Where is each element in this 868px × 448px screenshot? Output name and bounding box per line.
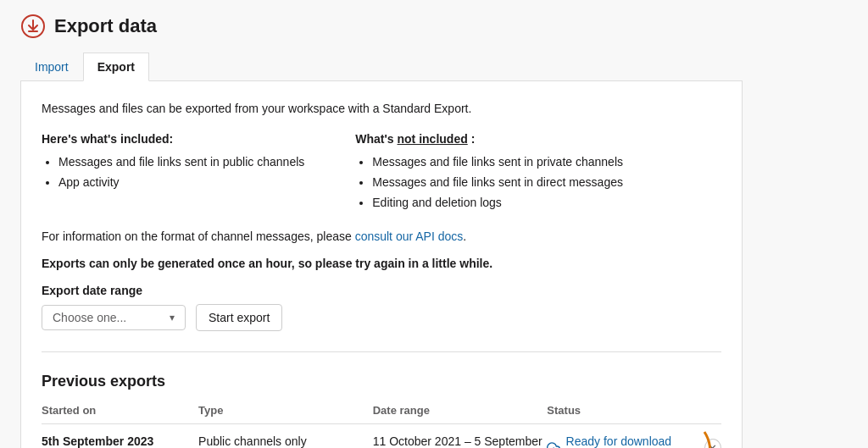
description-text: Messages and files can be exported from … xyxy=(42,102,721,115)
start-export-button[interactable]: Start export xyxy=(196,304,282,331)
page-title: Export data xyxy=(54,15,157,37)
export-controls: Choose one... ▾ Start export xyxy=(42,304,721,331)
download-cloud-icon xyxy=(547,440,560,448)
chevron-down-icon: ▾ xyxy=(170,312,175,324)
export-date-range: Export date range Choose one... ▾ Start … xyxy=(42,284,721,331)
download-label: Ready for download (30KB) xyxy=(566,434,698,448)
api-docs-line: For information on the format of channel… xyxy=(42,230,721,243)
col-type: Type xyxy=(198,404,373,424)
exports-table: Started on Type Date range Status 5th Se… xyxy=(42,404,721,448)
included-section: Here's what's included: Messages and fil… xyxy=(42,132,721,213)
previous-exports-section: Previous exports Started on Type Date ra… xyxy=(42,373,721,448)
page-header: Export data xyxy=(20,14,743,39)
close-button[interactable]: ✕ xyxy=(704,439,721,448)
not-included-list: Messages and file links sent in private … xyxy=(355,152,623,213)
included-heading: Here's what's included: xyxy=(42,132,304,146)
download-link[interactable]: Ready for download (30KB) xyxy=(547,434,698,448)
included-item-2: App activity xyxy=(58,173,304,193)
col-status: Status xyxy=(547,404,721,424)
status-container: Ready for download (30KB) ✕ xyxy=(547,434,721,448)
tabs-container: Import Export xyxy=(20,53,743,81)
not-included-heading: What's not included : xyxy=(355,132,623,146)
export-date-range-label: Export date range xyxy=(42,284,721,297)
date-range-cell: 11 October 2021 – 5 September 2023 xyxy=(373,424,548,448)
col-date-range: Date range xyxy=(373,404,548,424)
not-included-item-1: Messages and file links sent in private … xyxy=(372,152,623,173)
col-started-on: Started on xyxy=(42,404,198,424)
dropdown-value: Choose one... xyxy=(53,311,126,324)
previous-exports-heading: Previous exports xyxy=(42,373,721,390)
included-list: Messages and file links sent in public c… xyxy=(42,152,304,193)
included-col: Here's what's included: Messages and fil… xyxy=(42,132,304,213)
content-card: Messages and files can be exported from … xyxy=(20,81,743,448)
started-date: 5th September 2023 xyxy=(42,434,198,448)
export-data-icon xyxy=(20,14,46,39)
tab-export[interactable]: Export xyxy=(83,53,149,81)
divider xyxy=(42,351,721,352)
table-row: 5th September 2023 11:13 Public channels… xyxy=(42,424,721,448)
tab-import[interactable]: Import xyxy=(20,53,83,80)
type-label: Public channels only xyxy=(198,434,373,448)
not-included-item-2: Messages and file links sent in direct m… xyxy=(372,173,623,193)
rate-limit-notice: Exports can only be generated once an ho… xyxy=(42,257,721,270)
type-cell: Public channels only xyxy=(198,424,373,448)
included-item-1: Messages and file links sent in public c… xyxy=(58,152,304,173)
status-cell: Ready for download (30KB) ✕ xyxy=(547,424,721,448)
api-docs-link[interactable]: consult our API docs xyxy=(355,230,464,243)
not-included-item-3: Editing and deletion logs xyxy=(372,193,623,213)
not-included-col: What's not included : Messages and file … xyxy=(355,132,623,213)
date-range-dropdown[interactable]: Choose one... ▾ xyxy=(42,305,186,330)
started-on-cell: 5th September 2023 11:13 xyxy=(42,424,198,448)
